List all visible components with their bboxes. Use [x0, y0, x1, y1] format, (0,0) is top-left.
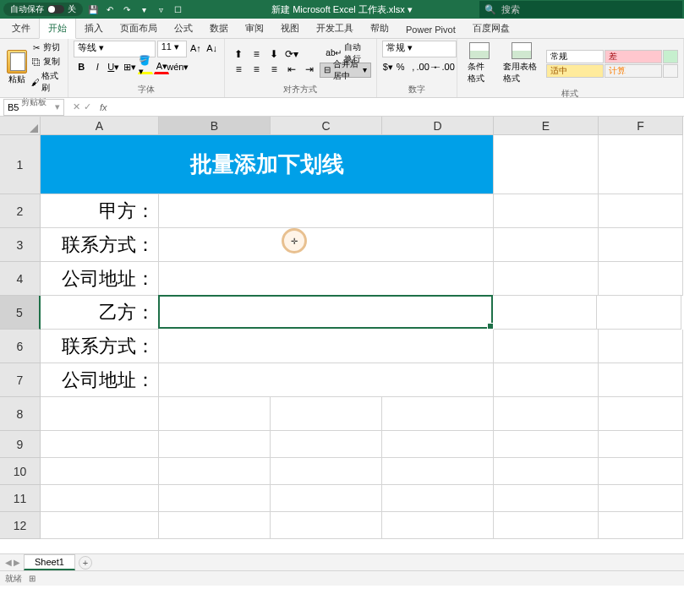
select-all-corner[interactable]	[0, 117, 41, 135]
tab-插入[interactable]: 插入	[76, 19, 112, 38]
number-format-select[interactable]: 常规 ▾	[382, 41, 457, 57]
align-right-icon[interactable]: ≡	[265, 62, 282, 77]
cell-E3[interactable]	[494, 228, 599, 262]
row-header-5[interactable]: 5	[0, 296, 41, 330]
align-center-icon[interactable]: ≡	[248, 62, 265, 77]
cell-E11[interactable]	[494, 485, 599, 512]
row-header-7[interactable]: 7	[0, 363, 41, 397]
cell-F9[interactable]	[599, 431, 683, 458]
table-format-button[interactable]: 套用表格格式	[498, 41, 544, 86]
cell-C11[interactable]	[271, 485, 382, 512]
cell-F11[interactable]	[599, 485, 683, 512]
style-good[interactable]	[663, 50, 678, 63]
cell-C6[interactable]	[271, 330, 382, 363]
indent-increase-icon[interactable]: ⇥	[301, 62, 318, 77]
cell-A10[interactable]	[41, 458, 159, 485]
cell-F12[interactable]	[599, 512, 683, 539]
cell-B3[interactable]	[159, 228, 271, 262]
col-header-C[interactable]: C	[271, 117, 382, 135]
row-header-12[interactable]: 12	[0, 512, 41, 539]
cell-D2[interactable]	[382, 194, 494, 228]
search-box[interactable]: 🔍 搜索	[479, 1, 682, 18]
copy-button[interactable]: ⿻复制	[30, 55, 63, 68]
cell-E9[interactable]	[494, 431, 599, 458]
cell-A3[interactable]: 联系方式：	[41, 228, 159, 262]
cell-B2[interactable]	[159, 194, 271, 228]
style-bad[interactable]: 差	[605, 50, 662, 63]
tab-Power Pivot[interactable]: Power Pivot	[397, 21, 464, 38]
cell-C3[interactable]	[271, 228, 382, 262]
cell-F4[interactable]	[599, 262, 683, 296]
cell-A9[interactable]	[41, 431, 159, 458]
filter-icon[interactable]: ▿	[154, 3, 167, 16]
fill-color-button[interactable]: 🪣▾	[138, 59, 153, 74]
cell-D8[interactable]	[382, 397, 494, 431]
row-header-4[interactable]: 4	[0, 262, 41, 296]
undo-icon[interactable]: ↶	[103, 3, 117, 16]
cell-E7[interactable]	[494, 363, 599, 397]
cell-E12[interactable]	[494, 512, 599, 539]
tab-百度网盘[interactable]: 百度网盘	[464, 19, 518, 38]
cell-F2[interactable]	[599, 194, 683, 228]
save-icon[interactable]: 💾	[86, 3, 100, 16]
row-header-8[interactable]: 8	[0, 397, 41, 431]
paste-button[interactable]: 粘贴	[5, 48, 29, 87]
cell-E2[interactable]	[494, 194, 599, 228]
accessibility-icon[interactable]: ⊞	[29, 574, 36, 583]
cell-B12[interactable]	[159, 512, 271, 539]
row-header-2[interactable]: 2	[0, 194, 41, 228]
cell-E8[interactable]	[494, 397, 599, 431]
cell-A5[interactable]: 乙方：	[41, 296, 159, 330]
cell-E10[interactable]	[494, 458, 599, 485]
cell-A7[interactable]: 公司地址：	[41, 363, 159, 397]
row-header-9[interactable]: 9	[0, 431, 41, 458]
tab-nav-next-icon[interactable]: ▶	[14, 558, 20, 567]
increase-font-icon[interactable]: A↑	[189, 41, 203, 56]
tab-开始[interactable]: 开始	[39, 18, 76, 39]
row-header-1[interactable]: 1	[0, 135, 41, 194]
qat-more-icon[interactable]: ▾	[137, 3, 150, 16]
cell-A11[interactable]	[41, 485, 159, 512]
cell-B9[interactable]	[159, 431, 271, 458]
cell-A2[interactable]: 甲方：	[41, 194, 159, 228]
indent-decrease-icon[interactable]: ⇤	[283, 62, 300, 77]
cancel-formula-icon[interactable]: ✕	[73, 101, 80, 112]
cell-B11[interactable]	[159, 485, 271, 512]
cell-E5[interactable]	[492, 296, 597, 330]
tab-数据[interactable]: 数据	[201, 19, 237, 38]
decrease-decimal-button[interactable]: ←.00	[436, 59, 451, 74]
cell-D4[interactable]	[382, 262, 494, 296]
formula-input[interactable]	[111, 99, 684, 116]
conditional-format-button[interactable]: 条件格式	[462, 41, 497, 86]
row-header-10[interactable]: 10	[0, 458, 41, 485]
tab-审阅[interactable]: 审阅	[237, 19, 272, 38]
cell[interactable]	[599, 135, 683, 194]
cell-C8[interactable]	[271, 397, 382, 431]
cell-F10[interactable]	[599, 458, 683, 485]
tab-开发工具[interactable]: 开发工具	[308, 19, 362, 38]
cell-C12[interactable]	[271, 512, 382, 539]
percent-button[interactable]: %	[395, 59, 407, 74]
cell-C7[interactable]	[271, 363, 382, 397]
cut-button[interactable]: ✂剪切	[30, 41, 63, 54]
enter-formula-icon[interactable]: ✓	[84, 101, 91, 112]
cell-F5[interactable]	[597, 296, 681, 330]
cell-D6[interactable]	[382, 330, 494, 363]
col-header-D[interactable]: D	[382, 117, 494, 135]
tab-文件[interactable]: 文件	[3, 19, 39, 38]
cell-A12[interactable]	[41, 512, 159, 539]
cell-C9[interactable]	[271, 431, 382, 458]
cell-C10[interactable]	[271, 458, 382, 485]
border-button[interactable]: ⊞▾	[122, 59, 137, 74]
col-header-B[interactable]: B	[159, 117, 271, 135]
orientation-icon[interactable]: ⟳▾	[283, 46, 300, 62]
cell-B6[interactable]	[159, 330, 271, 363]
style-neutral[interactable]: 适中	[546, 64, 604, 78]
col-header-A[interactable]: A	[41, 117, 159, 135]
col-header-E[interactable]: E	[494, 117, 599, 135]
decrease-font-icon[interactable]: A↓	[205, 41, 219, 56]
style-calc[interactable]: 计算	[605, 64, 662, 78]
tab-页面布局[interactable]: 页面布局	[112, 19, 166, 38]
cell-D11[interactable]	[382, 485, 494, 512]
cell-B10[interactable]	[159, 458, 271, 485]
